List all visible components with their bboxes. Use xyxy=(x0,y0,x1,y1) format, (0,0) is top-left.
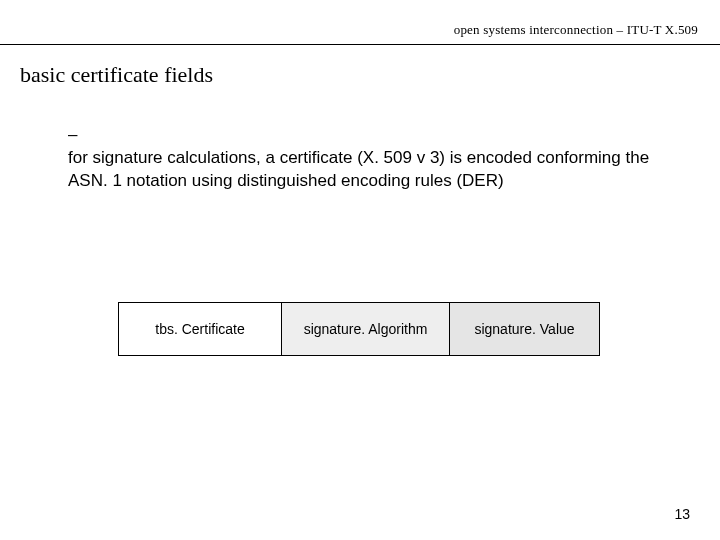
bullet-text: for signature calculations, a certificat… xyxy=(68,147,658,193)
bullet-item: – for signature calculations, a certific… xyxy=(68,124,680,193)
header-text: open systems interconnection – ITU-T X.5… xyxy=(454,22,698,38)
field-box-sigval: signature. Value xyxy=(450,302,600,356)
page-number: 13 xyxy=(674,506,690,522)
header-divider xyxy=(0,44,720,45)
field-box-sigalg: signature. Algorithm xyxy=(282,302,450,356)
slide: open systems interconnection – ITU-T X.5… xyxy=(0,0,720,540)
certificate-fields-row: tbs. Certificate signature. Algorithm si… xyxy=(118,302,600,356)
bullet-marker: – xyxy=(68,124,86,147)
page-title: basic certificate fields xyxy=(20,62,213,88)
field-box-tbs: tbs. Certificate xyxy=(118,302,282,356)
